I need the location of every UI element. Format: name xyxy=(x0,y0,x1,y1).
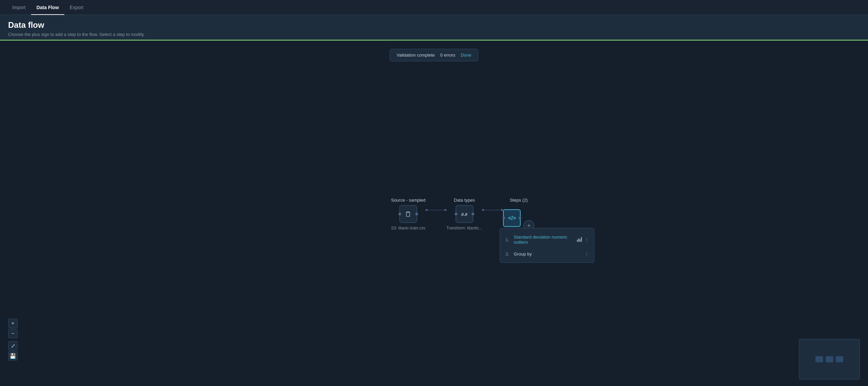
source-left-connector xyxy=(398,213,401,216)
mini-node-1 xyxy=(816,356,823,362)
datatypes-node-sublabel: Transform: titantic... xyxy=(447,226,482,230)
steps-node-label: Steps (2) xyxy=(510,198,528,203)
flow-diagram: Source - sampled 🗒 S3: titanic-train.csv… xyxy=(391,198,534,231)
datatypes-right-connector xyxy=(472,213,474,216)
datatypes-flow-row: #.# xyxy=(456,205,473,223)
mini-map-inner xyxy=(799,339,860,379)
source-node[interactable]: 🗒 xyxy=(399,205,417,223)
top-navigation: Import Data Flow Export xyxy=(0,0,868,15)
source-node-label: Source - sampled xyxy=(391,198,426,203)
steps-node-wrapper: Steps (2) </> + 1. Standard deviation nu… xyxy=(503,198,534,231)
steps-right-connector xyxy=(519,217,521,220)
popup-item-2-menu-icon[interactable]: ⋮ xyxy=(585,251,589,256)
popup-item-1-link[interactable]: Standard deviation numeric outliers xyxy=(514,235,574,245)
flow-canvas: Validation complete 0 errors Done Source… xyxy=(0,41,868,386)
connector-1 xyxy=(426,209,447,211)
popup-item-2-text: Group by xyxy=(514,251,582,257)
source-flow-row: 🗒 xyxy=(399,205,417,223)
page-subtitle: Choose the plus sign to add a step to th… xyxy=(8,32,860,37)
validation-done-button[interactable]: Done xyxy=(461,53,471,58)
tab-dataflow[interactable]: Data Flow xyxy=(31,0,64,15)
datatypes-left-connector xyxy=(455,213,457,216)
bar-chart-icon[interactable] xyxy=(577,237,582,242)
zoom-controls: + − ⤢ 💾 xyxy=(8,319,18,361)
mini-node-3 xyxy=(836,356,843,362)
popup-item-1[interactable]: 1. Standard deviation numeric outliers ⋮ xyxy=(500,231,594,248)
datatypes-node-wrapper: Data types #.# Transform: titantic... xyxy=(447,198,482,230)
steps-node[interactable]: </> xyxy=(503,209,521,227)
validation-text: Validation complete xyxy=(397,53,435,58)
document-icon: 🗒 xyxy=(405,210,412,218)
code-icon: </> xyxy=(508,215,516,221)
mini-node-2 xyxy=(826,356,833,362)
page-header: Data flow Choose the plus sign to add a … xyxy=(0,15,868,40)
steps-flow-row: </> + xyxy=(503,205,534,231)
popup-item-2-number: 2. xyxy=(505,251,511,257)
popup-item-1-menu-icon[interactable]: ⋮ xyxy=(585,237,589,242)
datatypes-node-label: Data types xyxy=(454,198,475,203)
validation-banner: Validation complete 0 errors Done xyxy=(390,49,478,61)
tab-export[interactable]: Export xyxy=(64,0,89,15)
zoom-out-button[interactable]: − xyxy=(8,329,18,338)
popup-item-1-number: 1. xyxy=(505,237,511,242)
datatypes-node[interactable]: #.# xyxy=(456,205,473,223)
mini-map xyxy=(799,339,860,380)
steps-popup: 1. Standard deviation numeric outliers ⋮… xyxy=(500,228,594,263)
zoom-separator xyxy=(8,339,18,340)
hash-icon: #.# xyxy=(461,211,468,217)
tab-import[interactable]: Import xyxy=(7,0,31,15)
validation-errors: 0 errors xyxy=(440,53,455,58)
zoom-in-button[interactable]: + xyxy=(8,319,18,328)
source-node-wrapper: Source - sampled 🗒 S3: titanic-train.csv xyxy=(391,198,426,230)
fit-button[interactable]: ⤢ xyxy=(8,341,18,350)
connector-2 xyxy=(482,209,503,211)
source-right-connector xyxy=(415,213,418,216)
save-button[interactable]: 💾 xyxy=(8,351,18,361)
source-node-sublabel: S3: titanic-train.csv xyxy=(391,226,425,230)
line-1 xyxy=(428,210,444,210)
line-2 xyxy=(484,210,501,210)
steps-left-connector xyxy=(502,217,505,220)
popup-item-2[interactable]: 2. Group by ⋮ xyxy=(500,248,594,260)
page-title: Data flow xyxy=(8,20,860,30)
